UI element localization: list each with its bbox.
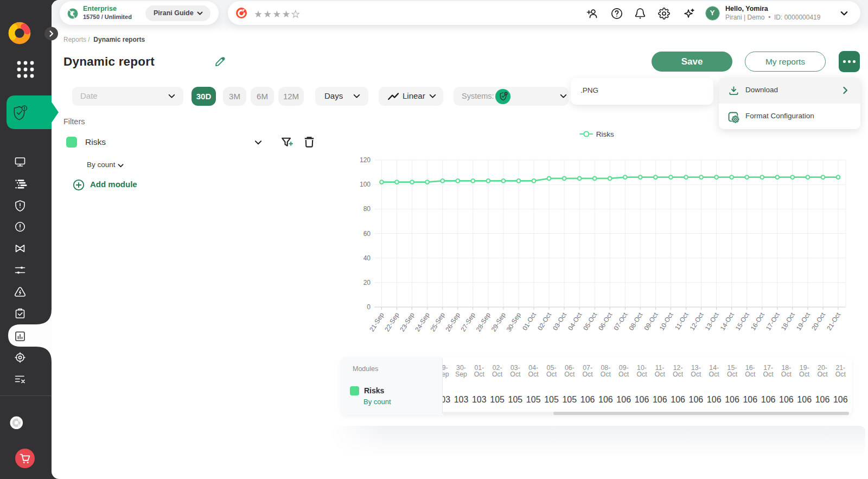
svg-text:05-Oct: 05-Oct — [582, 311, 598, 332]
svg-text:02-Oct: 02-Oct — [536, 311, 553, 332]
svg-text:80: 80 — [363, 205, 371, 213]
svg-text:14-Oct: 14-Oct — [719, 311, 736, 332]
svg-text:29-Sep: 29-Sep — [490, 311, 508, 333]
svg-text:04-Oct: 04-Oct — [566, 311, 583, 332]
svg-text:12-Oct: 12-Oct — [688, 311, 705, 332]
svg-text:21-Oct: 21-Oct — [825, 311, 842, 332]
svg-text:06-Oct: 06-Oct — [597, 311, 614, 332]
svg-text:0: 0 — [367, 303, 371, 311]
svg-text:10-Oct: 10-Oct — [658, 311, 675, 332]
svg-text:11-Oct: 11-Oct — [673, 311, 690, 331]
svg-text:18-Oct: 18-Oct — [780, 311, 796, 332]
svg-text:16-Oct: 16-Oct — [749, 311, 766, 332]
svg-text:17-Oct: 17-Oct — [764, 311, 781, 332]
svg-text:03-Oct: 03-Oct — [551, 311, 568, 332]
svg-text:13-Oct: 13-Oct — [704, 311, 720, 332]
svg-text:23-Sep: 23-Sep — [398, 311, 416, 333]
svg-text:120: 120 — [360, 156, 371, 164]
svg-text:21-Sep: 21-Sep — [368, 311, 386, 333]
svg-text:30-Sep: 30-Sep — [505, 311, 523, 333]
svg-text:26-Sep: 26-Sep — [444, 311, 462, 333]
svg-text:20: 20 — [363, 279, 371, 286]
svg-text:09-Oct: 09-Oct — [642, 311, 659, 332]
svg-text:22-Sep: 22-Sep — [383, 311, 401, 333]
svg-text:07-Oct: 07-Oct — [612, 311, 629, 332]
svg-text:27-Sep: 27-Sep — [459, 311, 477, 333]
svg-text:Risks: Risks — [596, 130, 614, 138]
svg-text:28-Sep: 28-Sep — [475, 311, 493, 333]
svg-text:08-Oct: 08-Oct — [627, 311, 644, 332]
svg-text:15-Oct: 15-Oct — [734, 311, 751, 332]
svg-text:25-Sep: 25-Sep — [429, 311, 446, 333]
svg-text:20-Oct: 20-Oct — [810, 311, 827, 332]
svg-text:40: 40 — [363, 254, 371, 262]
svg-text:24-Sep: 24-Sep — [413, 311, 431, 333]
svg-text:01-Oct: 01-Oct — [521, 311, 538, 332]
svg-text:100: 100 — [360, 181, 371, 188]
svg-text:19-Oct: 19-Oct — [795, 311, 812, 332]
svg-text:60: 60 — [363, 230, 371, 238]
